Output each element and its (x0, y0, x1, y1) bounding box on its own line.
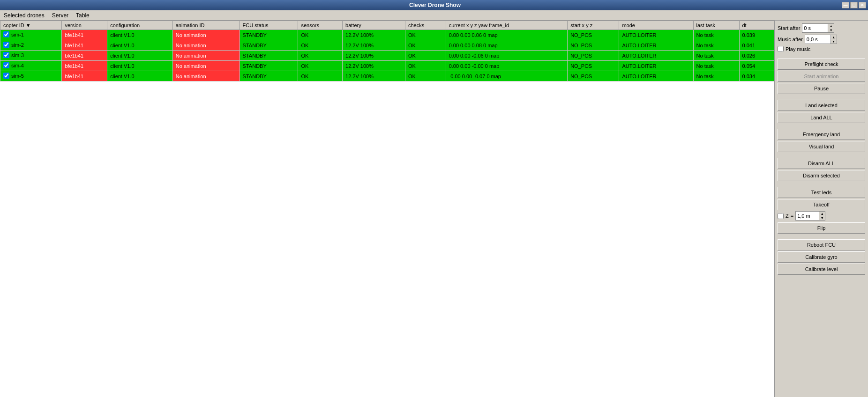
z-checkbox[interactable] (778, 213, 784, 219)
table-row: sim-4bfe1b41client V1.0No animationSTAND… (0, 61, 774, 71)
copter-id-cell: sim-1 (11, 32, 24, 37)
row-checkbox-label[interactable]: sim-5 (3, 73, 24, 79)
music-after-spin-up[interactable]: ▲ (831, 35, 837, 39)
col-dt[interactable]: dt (739, 21, 774, 30)
calibrate-gyro-button[interactable]: Calibrate gyro (778, 251, 865, 263)
configuration-cell: client V1.0 (107, 61, 173, 71)
col-start-xyz[interactable]: start x y z (568, 21, 619, 30)
battery-cell: 12.2V 100% (343, 51, 405, 61)
dt-cell: 0.039 (739, 30, 774, 40)
battery-cell: 12.2V 100% (343, 61, 405, 71)
mode-cell: AUTO.LOITER (619, 40, 693, 51)
col-battery[interactable]: battery (343, 21, 405, 30)
checks-cell: OK (405, 40, 446, 51)
copter-id-cell: sim-4 (11, 63, 24, 68)
fcu-status-cell: STANDBY (239, 30, 298, 40)
col-sensors[interactable]: sensors (298, 21, 343, 30)
copter-id-cell: sim-2 (11, 42, 24, 48)
z-spin-arrows: ▲ ▼ (819, 211, 825, 221)
reboot-fcu-button[interactable]: Reboot FCU (778, 239, 865, 250)
music-after-spin-arrows: ▲ ▼ (831, 35, 837, 44)
music-after-input[interactable] (805, 35, 831, 44)
col-checks[interactable]: checks (405, 21, 446, 30)
pause-button[interactable]: Pause (778, 83, 865, 94)
z-input-wrapper: ▲ ▼ (795, 211, 825, 221)
battery-cell: 12.2V 100% (343, 71, 405, 81)
separator-2 (778, 95, 865, 99)
row-checkbox-label[interactable]: sim-1 (3, 31, 24, 37)
maximize-button[interactable]: □ (850, 2, 858, 8)
col-last-task[interactable]: last task (693, 21, 739, 30)
table-row: sim-3bfe1b41client V1.0No animationSTAND… (0, 51, 774, 61)
music-after-row: Music after ▲ ▼ (778, 35, 865, 44)
col-copter-id[interactable]: copter ID ▼ (0, 21, 62, 30)
dt-cell: 0.041 (739, 40, 774, 51)
music-after-spin-down[interactable]: ▼ (831, 39, 837, 44)
col-current-xyz[interactable]: current x y z yaw frame_id (446, 21, 568, 30)
land-all-button[interactable]: Land ALL (778, 112, 865, 123)
visual-land-button[interactable]: Visual land (778, 141, 865, 152)
sensors-cell: OK (298, 61, 343, 71)
separator-4 (778, 153, 865, 157)
test-leds-button[interactable]: Test leds (778, 187, 865, 198)
start-after-spin-down[interactable]: ▼ (828, 28, 834, 32)
dt-cell: 0.054 (739, 61, 774, 71)
disarm-selected-button[interactable]: Disarm selected (778, 170, 865, 181)
row-checkbox[interactable] (3, 31, 9, 37)
col-animation-id[interactable]: animation ID (172, 21, 239, 30)
col-fcu-status[interactable]: FCU status (239, 21, 298, 30)
z-spin-down[interactable]: ▼ (819, 216, 825, 220)
play-music-checkbox[interactable] (778, 46, 784, 52)
table-row: sim-2bfe1b41client V1.0No animationSTAND… (0, 40, 774, 51)
row-checkbox-label[interactable]: sim-3 (3, 52, 24, 58)
z-spin-up[interactable]: ▲ (819, 212, 825, 216)
start-xyz-cell: NO_POS (568, 40, 619, 51)
mode-cell: AUTO.LOITER (619, 61, 693, 71)
start-xyz-cell: NO_POS (568, 30, 619, 40)
checks-cell: OK (405, 51, 446, 61)
fcu-status-cell: STANDBY (239, 51, 298, 61)
current-xyz-cell: 0.00 0.00 -0.00 0 map (446, 61, 568, 71)
table-row: sim-5bfe1b41client V1.0No animationSTAND… (0, 71, 774, 81)
sidebar: Start after ▲ ▼ Music after ▲ ▼ (774, 21, 868, 397)
last-task-cell: No task (693, 40, 739, 51)
music-after-label: Music after (778, 37, 803, 42)
sensors-cell: OK (298, 51, 343, 61)
minimize-button[interactable]: — (842, 2, 849, 8)
fcu-status-cell: STANDBY (239, 40, 298, 51)
animation-id-cell: No animation (172, 61, 239, 71)
last-task-cell: No task (693, 30, 739, 40)
emergency-land-button[interactable]: Emergency land (778, 129, 865, 140)
col-mode[interactable]: mode (619, 21, 693, 30)
disarm-all-button[interactable]: Disarm ALL (778, 158, 865, 169)
col-version[interactable]: version (62, 21, 107, 30)
takeoff-button[interactable]: Takeoff (778, 199, 865, 210)
version-cell: bfe1b41 (62, 30, 107, 40)
preflight-check-button[interactable]: Preflight check (778, 59, 865, 70)
version-cell: bfe1b41 (62, 61, 107, 71)
start-after-spin-up[interactable]: ▲ (828, 24, 834, 28)
z-input[interactable] (795, 211, 819, 221)
last-task-cell: No task (693, 51, 739, 61)
menu-server[interactable]: Server (50, 12, 70, 19)
col-configuration[interactable]: configuration (107, 21, 173, 30)
mode-cell: AUTO.LOITER (619, 71, 693, 81)
row-checkbox[interactable] (3, 73, 9, 79)
row-checkbox-label[interactable]: sim-4 (3, 62, 24, 68)
start-animation-button[interactable]: Start animation (778, 71, 865, 82)
start-after-input[interactable] (802, 23, 828, 33)
checks-cell: OK (405, 71, 446, 81)
land-selected-button[interactable]: Land selected (778, 100, 865, 111)
flip-button[interactable]: Flip (778, 222, 865, 234)
menu-table[interactable]: Table (74, 12, 91, 19)
battery-cell: 12.2V 100% (343, 40, 405, 51)
fcu-status-cell: STANDBY (239, 71, 298, 81)
close-button[interactable]: ✕ (859, 2, 866, 8)
row-checkbox[interactable] (3, 42, 9, 48)
row-checkbox-label[interactable]: sim-2 (3, 42, 24, 48)
calibrate-level-button[interactable]: Calibrate level (778, 264, 865, 275)
main-layout: copter ID ▼ version configuration animat… (0, 21, 868, 397)
menu-selected-drones[interactable]: Selected drones (2, 12, 46, 19)
row-checkbox[interactable] (3, 62, 9, 68)
row-checkbox[interactable] (3, 52, 9, 58)
